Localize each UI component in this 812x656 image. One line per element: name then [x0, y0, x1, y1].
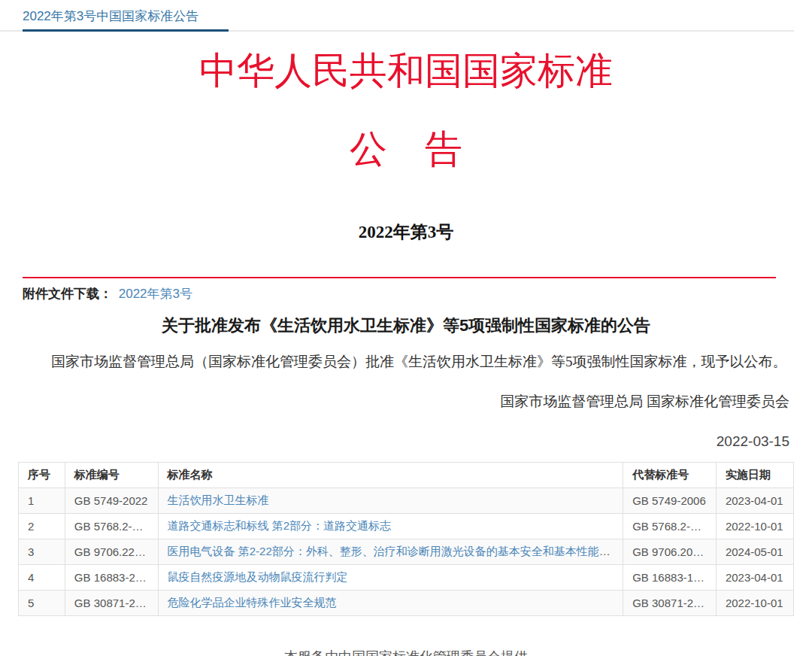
- cell-code: GB 5768.2-2022: [65, 513, 158, 539]
- masthead-subtitle: 公 告: [0, 130, 812, 168]
- cell-name: 鼠疫自然疫源地及动物鼠疫流行判定: [158, 564, 623, 590]
- attachment-label: 附件文件下载：: [23, 287, 112, 301]
- cell-effective: 2023-04-01: [716, 564, 793, 590]
- cell-code: GB 30871-2022: [65, 590, 158, 615]
- cell-replaces: GB 5768.2-2009: [623, 513, 717, 539]
- standard-name-link[interactable]: 道路交通标志和标线 第2部分：道路交通标志: [168, 519, 392, 532]
- masthead-title: 中华人民共和国国家标准: [0, 51, 812, 91]
- cell-replaces: GB 30871-2014: [623, 590, 717, 615]
- cell-replaces: GB 9706.20-2000: [623, 539, 717, 564]
- red-divider: [23, 277, 776, 278]
- cell-no: 3: [19, 539, 65, 564]
- col-header-code: 标准编号: [65, 462, 158, 487]
- cell-code: GB 9706.222-2022: [65, 539, 158, 564]
- col-header-effective: 实施日期: [716, 462, 793, 487]
- standards-table: 序号 标准编号 标准名称 代替标准号 实施日期 1 GB 5749-2022 生…: [18, 462, 794, 616]
- announcement-body: 国家市场监督管理总局（国家标准化管理委员会）批准《生活饮用水卫生标准》等5项强制…: [23, 351, 789, 372]
- col-header-name: 标准名称: [158, 462, 623, 487]
- table-row: 3 GB 9706.222-2022 医用电气设备 第2-22部分：外科、整形、…: [19, 539, 794, 564]
- page: 2022年第3号中国国家标准公告 中华人民共和国国家标准 公 告 2022年第3…: [0, 6, 812, 656]
- cell-replaces: GB 16883-1997: [623, 564, 717, 590]
- footer-note: 本服务由中国国家标准化管理委员会提供: [0, 648, 812, 656]
- col-header-no: 序号: [19, 462, 65, 487]
- cell-effective: 2022-10-01: [716, 513, 793, 539]
- tab-announcement[interactable]: 2022年第3号中国国家标准公告: [23, 6, 229, 32]
- cell-effective: 2023-04-01: [716, 487, 793, 513]
- attachment-row: 附件文件下载： 2022年第3号: [23, 285, 789, 303]
- announcement-date: 2022-03-15: [23, 433, 789, 450]
- cell-replaces: GB 5749-2006: [623, 487, 717, 513]
- table-row: 2 GB 5768.2-2022 道路交通标志和标线 第2部分：道路交通标志 G…: [19, 513, 794, 539]
- standard-name-link[interactable]: 医用电气设备 第2-22部分：外科、整形、治疗和诊断用激光设备的基本安全和基本性…: [168, 545, 623, 557]
- cell-no: 1: [19, 487, 65, 513]
- col-header-replaces: 代替标准号: [623, 462, 717, 487]
- cell-effective: 2024-05-01: [716, 539, 793, 564]
- attachment-download-link[interactable]: 2022年第3号: [119, 287, 192, 301]
- issue-number: 2022年第3号: [0, 220, 812, 244]
- table-row: 4 GB 16883-2022 鼠疫自然疫源地及动物鼠疫流行判定 GB 1688…: [19, 564, 794, 590]
- tab-label: 2022年第3号中国国家标准公告: [23, 9, 198, 23]
- cell-effective: 2022-10-01: [716, 590, 793, 615]
- issuer-signature: 国家市场监督管理总局 国家标准化管理委员会: [23, 392, 789, 412]
- cell-code: GB 16883-2022: [65, 564, 158, 590]
- standard-name-link[interactable]: 生活饮用水卫生标准: [168, 494, 269, 506]
- table-row: 5 GB 30871-2022 危险化学品企业特殊作业安全规范 GB 30871…: [19, 590, 794, 615]
- cell-no: 2: [19, 513, 65, 539]
- table-header-row: 序号 标准编号 标准名称 代替标准号 实施日期: [19, 462, 794, 487]
- standard-name-link[interactable]: 危险化学品企业特殊作业安全规范: [168, 596, 337, 609]
- cell-name: 生活饮用水卫生标准: [158, 487, 623, 513]
- standard-name-link[interactable]: 鼠疫自然疫源地及动物鼠疫流行判定: [168, 570, 348, 583]
- cell-no: 5: [19, 590, 65, 615]
- cell-no: 4: [19, 564, 65, 590]
- cell-name: 医用电气设备 第2-22部分：外科、整形、治疗和诊断用激光设备的基本安全和基本性…: [158, 539, 623, 564]
- cell-name: 道路交通标志和标线 第2部分：道路交通标志: [158, 513, 623, 539]
- announcement-heading: 关于批准发布《生活饮用水卫生标准》等5项强制性国家标准的公告: [23, 314, 789, 337]
- cell-name: 危险化学品企业特殊作业安全规范: [158, 590, 623, 615]
- table-row: 1 GB 5749-2022 生活饮用水卫生标准 GB 5749-2006 20…: [19, 487, 794, 513]
- cell-code: GB 5749-2022: [65, 487, 158, 513]
- tab-bar: 2022年第3号中国国家标准公告: [0, 6, 794, 32]
